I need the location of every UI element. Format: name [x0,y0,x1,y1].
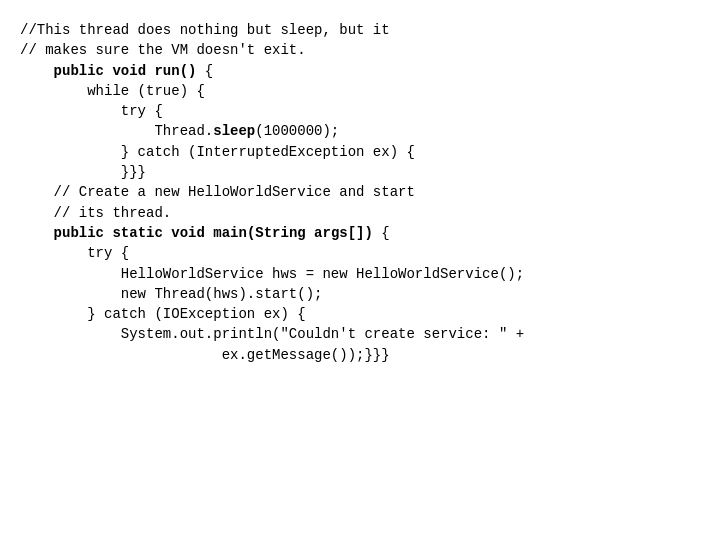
code-line-2: // makes sure the VM doesn't exit. [20,40,700,60]
code-line-9: // Create a new HelloWorldService and st… [20,182,700,202]
keyword-void2: void [171,225,205,241]
code-line-4: while (true) { [20,81,700,101]
code-line-16: System.out.println("Couldn't create serv… [20,324,700,344]
code-line-1: //This thread does nothing but sleep, bu… [20,20,700,40]
method-run: run() [154,63,196,79]
code-line-13: HelloWorldService hws = new HelloWorldSe… [20,264,700,284]
code-line-7: } catch (InterruptedException ex) { [20,142,700,162]
method-main: main(String args[]) [213,225,373,241]
code-line-3: public void run() { [20,61,700,81]
keyword-public2: public [54,225,104,241]
code-line-8: }}} [20,162,700,182]
code-line-5: try { [20,101,700,121]
code-line-6: Thread.sleep(1000000); [20,121,700,141]
code-line-14: new Thread(hws).start(); [20,284,700,304]
code-line-11: public static void main(String args[]) { [20,223,700,243]
keyword-void: void [112,63,146,79]
code-line-15: } catch (IOException ex) { [20,304,700,324]
keyword-static: static [112,225,162,241]
code-line-17: ex.getMessage());}}} [20,345,700,365]
code-line-12: try { [20,243,700,263]
keyword-public: public [54,63,104,79]
code-container: //This thread does nothing but sleep, bu… [0,0,720,540]
code-line-10: // its thread. [20,203,700,223]
method-sleep: sleep [213,123,255,139]
